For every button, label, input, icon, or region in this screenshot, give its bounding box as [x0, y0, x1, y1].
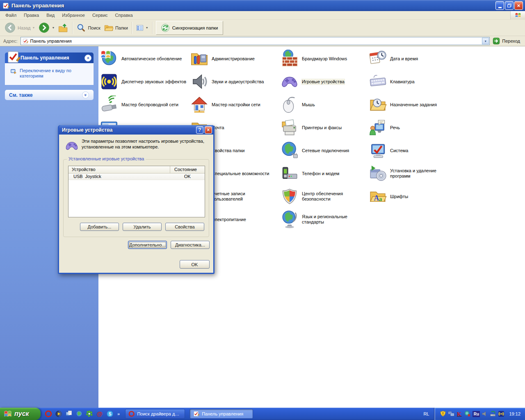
- outlook-icon: [65, 410, 73, 418]
- control-panel-item[interactable]: Речь: [369, 116, 458, 139]
- taskbar-window-button[interactable]: Поиск драйвера для...: [125, 409, 185, 419]
- close-button[interactable]: ×: [514, 1, 523, 10]
- gamepad-icon: [65, 139, 79, 153]
- icq-quicklaunch-button[interactable]: [86, 410, 93, 418]
- control-panel-item[interactable]: Автоматическое обновление: [100, 47, 189, 70]
- language-indicator[interactable]: RL: [418, 411, 434, 416]
- switch-to-category-view-link[interactable]: Переключение к виду по категориям: [10, 68, 84, 79]
- restore-button[interactable]: [505, 1, 514, 10]
- address-input[interactable]: Панель управления ▼: [21, 37, 490, 45]
- keyboard-layout-indicator[interactable]: Ru: [472, 411, 480, 417]
- security-alert-tray-icon[interactable]: [440, 411, 446, 417]
- back-dropdown-icon[interactable]: ▼: [32, 26, 35, 29]
- views-button[interactable]: ▼: [134, 23, 150, 33]
- expand-chevron-button[interactable]: »: [82, 91, 89, 98]
- volume-tray-icon[interactable]: [482, 411, 488, 417]
- desktop: { "window": { "title": "Панель управлени…: [0, 0, 525, 420]
- search-button[interactable]: Поиск: [75, 22, 102, 34]
- add-button[interactable]: Добавить...: [80, 223, 119, 231]
- menu-item[interactable]: Файл: [2, 11, 20, 19]
- advanced-button[interactable]: Дополнительно...: [128, 241, 167, 249]
- control-panel-item[interactable]: Назначенные задания: [369, 93, 458, 116]
- remove-button[interactable]: Удалить: [123, 223, 162, 231]
- offline-tray-icon[interactable]: [464, 411, 471, 417]
- back-button[interactable]: Назад ▼: [2, 21, 37, 34]
- sync-folder-button[interactable]: Синхронизация папки: [156, 21, 223, 35]
- mail-at-icon: @: [96, 410, 103, 418]
- control-panel-item[interactable]: Мастер беспроводной сети: [100, 93, 189, 116]
- opera-quicklaunch-button[interactable]: [45, 410, 52, 418]
- address-dropdown-button[interactable]: ▼: [482, 38, 489, 44]
- control-panel-item[interactable]: Телефон и модем: [281, 162, 370, 185]
- menu-item[interactable]: Избранное: [58, 11, 89, 19]
- control-panel-item-label: Мастер беспроводной сети: [121, 102, 178, 107]
- control-panel-item[interactable]: Игровые устройства: [281, 70, 370, 93]
- gamepad-icon: [281, 73, 299, 91]
- control-panel-item[interactable]: Администрирование: [190, 47, 280, 70]
- printer-icon: [281, 119, 299, 137]
- kaspersky-tray-icon[interactable]: K: [456, 411, 463, 417]
- device-list[interactable]: Устройство Состояние USB JoystickOK: [68, 166, 205, 217]
- outlook-quicklaunch-button[interactable]: [65, 410, 73, 418]
- see-also-header[interactable]: См. также »: [5, 90, 94, 100]
- control-panel-item[interactable]: Центр обеспечения безопасности: [281, 185, 370, 208]
- skype-icon: S: [106, 410, 114, 418]
- menu-item[interactable]: Сервис: [89, 11, 112, 19]
- ok-button[interactable]: OK: [180, 260, 210, 269]
- control-panel-item[interactable]: Язык и региональные стандарты: [281, 208, 370, 231]
- network-tray-icon[interactable]: [448, 411, 454, 417]
- sidebar-panel-header[interactable]: Панель управления »: [5, 52, 94, 63]
- menu-item[interactable]: Правка: [20, 11, 43, 19]
- troubleshoot-button[interactable]: Диагностика...: [171, 241, 210, 249]
- control-panel-item-label: Дата и время: [390, 56, 418, 62]
- collapse-chevron-button[interactable]: »: [84, 55, 91, 62]
- back-icon: [4, 22, 16, 34]
- control-panel-item-label: Администрирование: [212, 56, 255, 62]
- quick-launch-overflow-button[interactable]: »: [116, 411, 121, 416]
- control-panel-watermark-icon: [6, 50, 21, 64]
- control-panel-item-label: Язык и региональные стандарты: [302, 214, 367, 225]
- control-panel-item[interactable]: Дата и время: [369, 47, 458, 70]
- dialog-titlebar: Игровые устройства ? ×: [59, 125, 213, 135]
- skype-quicklaunch-button[interactable]: S: [106, 410, 114, 418]
- start-button[interactable]: пуск: [0, 408, 41, 420]
- forward-button[interactable]: ▼: [37, 21, 56, 34]
- control-panel-item[interactable]: Клавиатура: [369, 70, 458, 93]
- sound-effects-tray-tray-icon[interactable]: [498, 411, 504, 417]
- control-panel-item[interactable]: AaШрифты: [369, 185, 458, 208]
- control-panel-item[interactable]: Установка и удаление программ: [369, 162, 458, 185]
- folders-button[interactable]: Папки: [102, 22, 130, 34]
- control-panel-item[interactable]: Брандмауэр Windows: [281, 47, 370, 70]
- control-panel-item[interactable]: Система: [369, 139, 458, 162]
- column-status[interactable]: Состояние: [170, 166, 205, 173]
- control-panel-item-label: Клавиатура: [390, 79, 415, 84]
- switch-view-icon: [10, 68, 17, 75]
- up-button[interactable]: [56, 22, 70, 34]
- views-dropdown-icon[interactable]: ▼: [146, 26, 148, 29]
- control-panel-item[interactable]: Мышь: [281, 93, 370, 116]
- minimize-button[interactable]: [495, 1, 504, 10]
- control-panel-item[interactable]: Диспетчер звуковых эффектов: [100, 70, 189, 93]
- device-list-header[interactable]: Устройство Состояние: [68, 166, 205, 173]
- control-panel-item[interactable]: Звуки и аудиоустройства: [190, 70, 280, 93]
- control-panel-item[interactable]: Мастер настройки сети: [190, 93, 280, 116]
- forward-dropdown-icon[interactable]: ▼: [52, 26, 55, 29]
- dialog-help-button[interactable]: ?: [196, 126, 203, 134]
- media-player-quicklaunch-button[interactable]: [55, 410, 62, 418]
- go-button[interactable]: Переход: [493, 37, 520, 45]
- menu-item[interactable]: Справка: [112, 11, 137, 19]
- device-row[interactable]: USB JoystickOK: [68, 173, 205, 180]
- control-panel-item-label: Игровые устройства: [302, 79, 345, 84]
- properties-button[interactable]: Свойства: [165, 223, 204, 231]
- menu-item[interactable]: Вид: [43, 11, 58, 19]
- control-panel-item[interactable]: Сетевые подключения: [281, 139, 370, 162]
- safe-remove-tray-icon[interactable]: [490, 411, 496, 417]
- web-globe-quicklaunch-button[interactable]: [75, 410, 83, 418]
- dialog-close-button[interactable]: ×: [205, 126, 212, 134]
- taskbar-window-button[interactable]: Панель управления: [189, 409, 253, 419]
- column-device[interactable]: Устройство: [68, 166, 170, 173]
- control-panel-item[interactable]: Принтеры и факсы: [281, 116, 370, 139]
- datetime-icon: [369, 50, 387, 68]
- mail-at-quicklaunch-button[interactable]: @: [96, 410, 103, 418]
- sidebar-panel-see-also: См. также »: [5, 90, 94, 100]
